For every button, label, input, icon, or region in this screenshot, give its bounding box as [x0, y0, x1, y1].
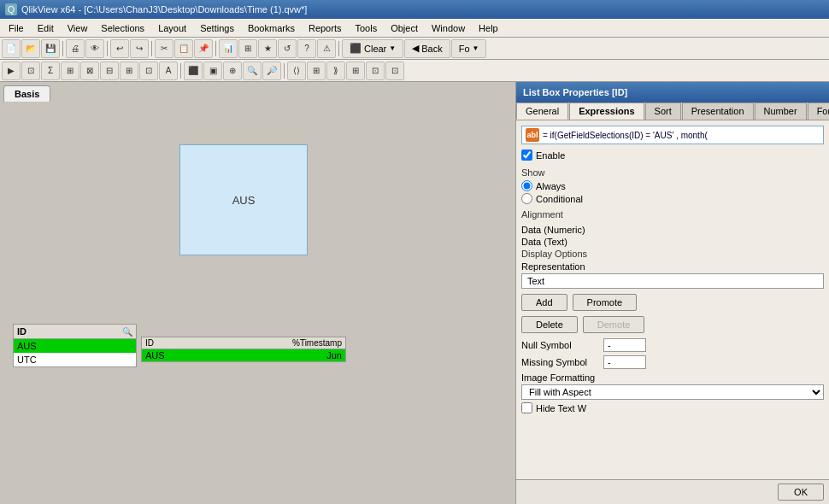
demote-button[interactable]: Demote — [583, 316, 645, 333]
menu-view[interactable]: View — [61, 21, 95, 35]
tb2-btn4[interactable]: ⊞ — [61, 62, 79, 80]
tb2-btn15[interactable]: ⟨⟩ — [287, 62, 306, 80]
tb2-btn18[interactable]: ⊞ — [346, 62, 365, 80]
tb2-btn13[interactable]: 🔍 — [243, 62, 262, 80]
null-symbol-input[interactable] — [603, 338, 646, 352]
tab-number[interactable]: Number — [755, 103, 807, 120]
tb2-btn6[interactable]: ⊟ — [100, 62, 119, 80]
conditional-radio[interactable] — [521, 193, 532, 204]
tb2-btn17[interactable]: ⟫ — [326, 62, 345, 80]
tb2-btn2[interactable]: ⊡ — [21, 62, 40, 80]
tb2-btn19[interactable]: ⊡ — [366, 62, 385, 80]
id-ts-row-ts: Jun — [326, 350, 342, 360]
title-bar: Q QlikView x64 - [C:\Users\ChanJ3\Deskto… — [0, 0, 829, 19]
menu-selections[interactable]: Selections — [94, 21, 151, 35]
save-btn[interactable]: 💾 — [41, 39, 60, 58]
help-btn[interactable]: ? — [297, 39, 316, 58]
alert-btn[interactable]: ⚠ — [317, 39, 336, 58]
right-panel: List Box Properties [ID] General Express… — [515, 82, 829, 504]
id-row-utc[interactable]: UTC — [14, 353, 136, 366]
title-text: QlikView x64 - [C:\Users\ChanJ3\Desktop\… — [21, 4, 307, 15]
data-numeric-row: Data (Numeric) — [521, 225, 824, 235]
add-delete-row: Add Promote — [521, 294, 824, 311]
menu-window[interactable]: Window — [425, 21, 472, 35]
redo-btn[interactable]: ↪ — [130, 39, 149, 58]
tb2-btn16[interactable]: ⊞ — [307, 62, 326, 80]
tb2-btn12[interactable]: ⊕ — [223, 62, 242, 80]
tb2-btn14[interactable]: 🔎 — [262, 62, 281, 80]
menu-tools[interactable]: Tools — [348, 21, 384, 35]
back-button[interactable]: ◀ Back — [404, 39, 450, 58]
menu-object[interactable]: Object — [384, 21, 425, 35]
tb2-btn10[interactable]: ⬛ — [184, 62, 203, 80]
sep5 — [338, 41, 339, 56]
tab-bar: Basis — [0, 82, 515, 102]
tb2-btn11[interactable]: ▣ — [203, 62, 222, 80]
chart-btn[interactable]: 📊 — [219, 39, 238, 58]
aus-box[interactable]: AUS — [179, 144, 308, 255]
clear-dropdown-arrow: ▼ — [389, 44, 396, 52]
text-display[interactable]: Text — [521, 273, 824, 289]
id-ts-ts-title: %Timestamp — [292, 338, 342, 348]
promote-button[interactable]: Promote — [573, 294, 638, 311]
id-ts-header[interactable]: ID %Timestamp — [141, 337, 346, 349]
tab-basis[interactable]: Basis — [3, 85, 50, 102]
enable-label: Enable — [536, 150, 565, 161]
menu-help[interactable]: Help — [472, 21, 505, 35]
fo-button[interactable]: Fo ▼ — [451, 39, 487, 58]
id-ts-row-id: AUS — [145, 350, 165, 360]
menu-edit[interactable]: Edit — [31, 21, 61, 35]
panel-title: List Box Properties [ID] — [516, 82, 829, 103]
clear-button[interactable]: ⬛ Clear ▼ — [342, 39, 403, 58]
open-btn[interactable]: 📂 — [21, 39, 40, 58]
conditional-radio-row: Conditional — [521, 193, 824, 204]
tb2-btn5[interactable]: ⊠ — [80, 62, 99, 80]
fo-dropdown-arrow: ▼ — [473, 44, 479, 52]
right-content: abl = if(GetFieldSelections(ID) = 'AUS' … — [516, 120, 829, 479]
sep3 — [151, 41, 152, 56]
tab-general[interactable]: General — [516, 103, 568, 120]
fill-aspect-select[interactable]: Fill with Aspect — [521, 384, 824, 400]
menu-settings[interactable]: Settings — [193, 21, 241, 35]
ok-button[interactable]: OK — [778, 483, 824, 501]
cut-btn[interactable]: ✂ — [155, 39, 173, 58]
always-radio[interactable] — [521, 180, 532, 191]
menu-bookmarks[interactable]: Bookmarks — [241, 21, 302, 35]
tab-presentation[interactable]: Presentation — [682, 103, 754, 120]
new-btn[interactable]: 📄 — [2, 39, 21, 58]
copy-btn[interactable]: 📋 — [174, 39, 193, 58]
tb2-btn8[interactable]: ⊡ — [139, 62, 158, 80]
menu-layout[interactable]: Layout — [151, 21, 193, 35]
add-button[interactable]: Add — [521, 294, 567, 311]
search-icon[interactable]: 🔍 — [122, 327, 132, 337]
tab-expressions[interactable]: Expressions — [569, 103, 644, 120]
star-btn[interactable]: ★ — [258, 39, 277, 58]
expression-bar[interactable]: abl = if(GetFieldSelections(ID) = 'AUS' … — [521, 126, 824, 144]
tb2-btn7[interactable]: ⊞ — [120, 62, 138, 80]
paste-btn[interactable]: 📌 — [194, 39, 213, 58]
data-text-row: Data (Text) — [521, 237, 824, 247]
enable-checkbox[interactable] — [521, 149, 532, 161]
tb2-btn9[interactable]: A — [159, 62, 178, 80]
menu-file[interactable]: File — [2, 21, 31, 35]
reload-btn[interactable]: ↺ — [278, 39, 297, 58]
hide-text-checkbox[interactable] — [521, 402, 532, 413]
tb2-btn20[interactable]: ⊡ — [385, 62, 404, 80]
alignment-label: Alignment — [521, 209, 824, 220]
id-row-aus[interactable]: AUS — [14, 339, 136, 353]
undo-btn[interactable]: ↩ — [110, 39, 129, 58]
id-listbox-header[interactable]: ID 🔍 — [13, 324, 137, 339]
delete-button[interactable]: Delete — [521, 316, 578, 333]
tb2-btn1[interactable]: ▶ — [2, 62, 21, 80]
table-btn[interactable]: ⊞ — [238, 39, 257, 58]
tab-sort[interactable]: Sort — [645, 103, 681, 120]
print-btn[interactable]: 🖨 — [66, 39, 85, 58]
missing-symbol-input[interactable] — [603, 355, 646, 369]
id-ts-row[interactable]: AUS Jun — [141, 349, 346, 362]
tab-font[interactable]: Font — [808, 103, 829, 120]
preview-btn[interactable]: 👁 — [85, 39, 104, 58]
display-options: Display Options Representation Text — [521, 249, 824, 289]
menu-reports[interactable]: Reports — [302, 21, 349, 35]
tb2-btn3[interactable]: Σ — [41, 62, 60, 80]
id-ts-id-title: ID — [145, 338, 154, 348]
